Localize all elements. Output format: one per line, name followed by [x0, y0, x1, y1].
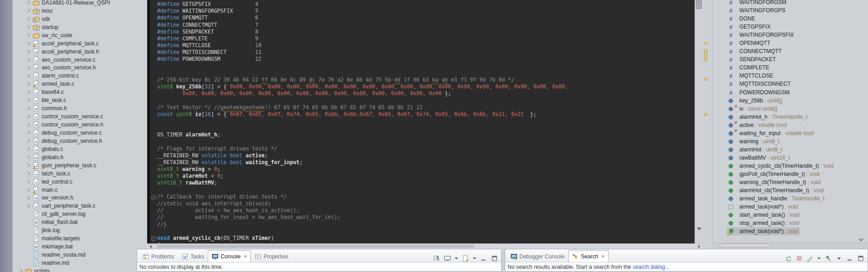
tree-item[interactable]: DA14681-01-Release_QSPI [13, 0, 145, 7]
tree-item[interactable]: .hglobals.h [13, 153, 145, 161]
tab-debugger-console[interactable]: Debugger Console [507, 250, 568, 262]
expand-chevron-icon[interactable] [25, 82, 32, 86]
expand-chevron-icon[interactable] [25, 49, 32, 53]
outline-item[interactable]: #SENDPACKET [713, 55, 868, 63]
code-line[interactable] [157, 63, 695, 70]
outline-horizontal-scrollbar[interactable] [713, 243, 868, 248]
outline-item[interactable]: alarmHot_cb(TimerHandle_t) : void [713, 186, 868, 194]
outline-item[interactable]: armed_task(void*) : void [713, 227, 868, 235]
tree-item[interactable]: .carmed_task.c [13, 80, 145, 88]
code-line[interactable]: /* Flags for interrupt driven tests */ [157, 146, 695, 152]
scroll-down-arrow-icon[interactable] [697, 228, 701, 230]
expand-chevron-icon[interactable] [25, 180, 32, 184]
code-line[interactable] [157, 118, 695, 125]
expand-chevron-icon[interactable] [25, 33, 32, 37]
outline-item[interactable]: warning_cb(TimerHandle_t) : void [713, 178, 868, 186]
tree-item[interactable]: scripts [13, 267, 145, 272]
code-line[interactable] [157, 187, 695, 194]
pin-console-button[interactable] [433, 255, 440, 262]
tree-item[interactable]: mkimage.bat [13, 243, 145, 251]
open-console-button[interactable] [462, 255, 469, 262]
expand-chevron-icon[interactable] [25, 196, 32, 200]
editor-overview-ruler[interactable] [703, 0, 710, 243]
expand-chevron-icon[interactable] [25, 107, 32, 111]
tree-item[interactable]: .ccontrol_custom_service.c [13, 112, 145, 121]
code-line[interactable]: /* Test Vector */ //geotekkgeotekk!! 67 … [157, 104, 695, 111]
scroll-left-arrow-icon[interactable] [149, 245, 152, 248]
dropdown-arrow-icon[interactable] [473, 255, 476, 262]
code-line[interactable]: uint16_t rawBattMV; [157, 180, 695, 186]
tab-problems[interactable]: Problems [139, 250, 178, 262]
expand-chevron-icon[interactable] [25, 90, 32, 94]
expand-chevron-icon[interactable] [17, 269, 24, 272]
code-line[interactable]: #define MQTTCLOSE 10 [157, 42, 695, 49]
outline-item[interactable]: civ : const uint8[] [713, 105, 868, 113]
expand-chevron-icon[interactable] [25, 98, 32, 102]
tree-item[interactable]: .cble_task.c [13, 96, 145, 104]
outline-item[interactable]: armed_task_handle : TaskHandle_t [713, 194, 868, 203]
expand-chevron-icon[interactable] [25, 9, 32, 13]
tab-properties[interactable]: Properties [251, 250, 292, 262]
expand-chevron-icon[interactable] [25, 123, 32, 127]
code-line[interactable]: #define SENDPACKET 8 [157, 29, 695, 35]
code-line[interactable]: //} [157, 221, 695, 228]
tree-item[interactable]: .caccel_peripheral_task.c [13, 39, 145, 48]
warning-marker-icon[interactable] [704, 113, 708, 116]
warning-marker-icon[interactable] [704, 42, 708, 44]
editor-horizontal-scrollbar[interactable] [147, 243, 703, 249]
outline-item[interactable]: #MQTTDISCONNECT [713, 80, 868, 88]
code-line[interactable]: #define GETGPSFIX 4 [157, 1, 695, 8]
fold-collapse-icon[interactable] [151, 195, 156, 200]
tree-item[interactable]: .cbase64.c [13, 88, 145, 96]
code-editor[interactable]: #define GETGPSFIX 4#define WAITINGFORGPS… [150, 0, 695, 243]
expand-chevron-icon[interactable] [25, 74, 32, 78]
code-line[interactable]: #define CONNECTMQTT 7 [157, 22, 695, 29]
expand-chevron-icon[interactable] [25, 58, 32, 62]
expand-chevron-icon[interactable] [25, 204, 32, 208]
expand-chevron-icon[interactable] [25, 171, 32, 175]
warning-marker-icon[interactable] [704, 53, 708, 55]
tree-item[interactable]: .hcontrol_custom_service.h [13, 121, 145, 129]
scroll-right-arrow-icon[interactable] [698, 245, 700, 248]
code-line[interactable]: uint8_t alarmHot = 0; [157, 173, 695, 180]
code-line[interactable]: __RETAINED_RW volatile bool waiting_for_… [157, 159, 695, 166]
tree-item[interactable]: .haccel_peripheral_task.h [13, 48, 145, 56]
editor-vertical-scrollbar[interactable] [695, 0, 703, 243]
expand-chevron-icon[interactable] [25, 66, 32, 70]
code-line[interactable]: 0x00, 0x00, 0x00, 0x00, 0x00, 0x00, 0x00… [157, 90, 695, 97]
editor-vertical-scrollbar-thumb[interactable] [696, 0, 702, 9]
tree-item[interactable]: .hsw_version.h [13, 194, 145, 202]
expand-chevron-icon[interactable] [25, 147, 32, 151]
tree-item[interactable]: readme.md [13, 259, 145, 267]
dropdown-arrow-icon[interactable] [455, 255, 458, 262]
expand-chevron-icon[interactable] [25, 41, 32, 45]
warning-marker-icon[interactable] [704, 56, 708, 58]
tree-item[interactable]: .calarm_control.c [13, 72, 145, 80]
search-dialog-link[interactable]: search dialog... [633, 264, 669, 270]
outline-item[interactable]: #COMPLETE [713, 63, 868, 72]
outline-item[interactable]: armed_task(void*) : void [713, 203, 868, 211]
minimize-button[interactable] [846, 255, 854, 262]
outline-item[interactable]: #WAITINGFORGSM [713, 0, 868, 6]
outline-item[interactable]: start_armed_task() : void [713, 211, 868, 219]
expand-chevron-icon[interactable] [25, 131, 32, 135]
code-line[interactable]: #define MQTTDISCONNECT 11 [157, 49, 695, 56]
expand-chevron-icon[interactable] [25, 139, 32, 143]
editor-horizontal-scrollbar-thumb[interactable] [157, 245, 474, 248]
warning-marker-icon[interactable] [704, 78, 708, 80]
code-line[interactable]: #define WAITINGFORGPSFIX 5 [157, 8, 695, 15]
outline-horizontal-scrollbar-thumb[interactable] [720, 244, 771, 247]
code-line[interactable] [157, 125, 695, 131]
expand-chevron-icon[interactable] [25, 115, 32, 119]
tab-console[interactable]: Console✕ [208, 250, 251, 262]
tree-item[interactable]: sdk [13, 15, 145, 23]
close-tab-icon[interactable]: ✕ [244, 254, 247, 259]
tree-item[interactable]: .cuart_peripheral_task.c [13, 202, 145, 210]
code-line[interactable] [157, 97, 695, 104]
tree-item[interactable]: .cglobals.c [13, 145, 145, 153]
tree-item[interactable]: .cgsm_peripheral_task.c [13, 161, 145, 170]
outline-item[interactable]: warning : uint8_t [713, 137, 868, 146]
dropdown-arrow-icon[interactable] [817, 255, 821, 262]
outline-item[interactable]: #WAITINGFORGPSFIX [713, 31, 868, 39]
tree-item[interactable]: .cdebug_custom_service.c [13, 129, 145, 137]
